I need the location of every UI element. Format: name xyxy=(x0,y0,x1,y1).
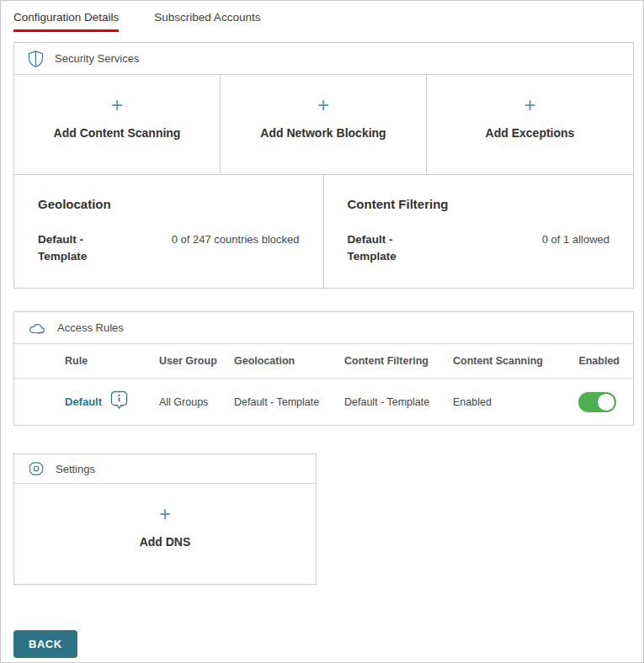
security-summary-cards: Geolocation Default - Template 0 of 247 … xyxy=(14,174,633,288)
col-geolocation: Geolocation xyxy=(234,355,344,367)
security-add-cards: + Add Content Scanning + Add Network Blo… xyxy=(14,75,633,174)
add-network-blocking-label: Add Network Blocking xyxy=(260,126,386,140)
cell-geolocation: Default - Template xyxy=(234,396,344,408)
add-exceptions-button[interactable]: + Add Exceptions xyxy=(427,75,633,174)
access-rules-title: Access Rules xyxy=(57,321,124,334)
add-content-scanning-button[interactable]: + Add Content Scanning xyxy=(14,75,221,174)
add-network-blocking-button[interactable]: + Add Network Blocking xyxy=(221,75,427,174)
content-filtering-template-name: Default - Template xyxy=(348,231,425,264)
plus-icon: + xyxy=(524,95,535,115)
enabled-toggle[interactable] xyxy=(578,392,616,412)
plus-icon: + xyxy=(159,504,171,524)
col-content-filtering: Content Filtering xyxy=(344,355,453,367)
content-filtering-title: Content Filtering xyxy=(348,197,610,211)
geolocation-title: Geolocation xyxy=(38,197,300,211)
info-icon[interactable] xyxy=(110,390,128,413)
content-filtering-status: 0 of 1 allowed xyxy=(542,231,609,264)
add-dns-label: Add DNS xyxy=(140,535,191,549)
toggle-knob xyxy=(597,393,615,411)
settings-panel: Settings + Add DNS xyxy=(13,453,317,585)
cell-content-scanning: Enabled xyxy=(453,396,578,408)
add-content-scanning-label: Add Content Scanning xyxy=(54,126,181,140)
gear-icon xyxy=(28,460,45,477)
col-rule: Rule xyxy=(65,355,159,367)
col-user-group: User Group xyxy=(159,355,234,367)
security-services-header: Security Services xyxy=(14,43,633,75)
tab-subscribed-accounts[interactable]: Subscribed Accounts xyxy=(154,11,260,32)
table-row: Default All Groups Default - Template De… xyxy=(14,379,633,425)
plus-icon: + xyxy=(317,95,329,115)
col-enabled: Enabled xyxy=(578,355,633,367)
page: Configuration Details Subscribed Account… xyxy=(0,0,644,663)
settings-header: Settings xyxy=(14,454,316,484)
tab-bar: Configuration Details Subscribed Account… xyxy=(1,1,643,32)
add-dns-button[interactable]: + Add DNS xyxy=(14,484,316,584)
rule-default-link[interactable]: Default xyxy=(65,395,102,408)
add-exceptions-label: Add Exceptions xyxy=(486,126,575,140)
access-rules-table-header: Rule User Group Geolocation Content Filt… xyxy=(14,344,633,379)
content-filtering-card[interactable]: Content Filtering Default - Template 0 o… xyxy=(324,175,634,288)
shield-icon xyxy=(28,50,44,68)
back-button[interactable]: BACK xyxy=(13,630,77,658)
settings-title: Settings xyxy=(56,463,95,475)
geolocation-status: 0 of 247 countries blocked xyxy=(172,231,300,264)
security-services-title: Security Services xyxy=(55,52,139,65)
geolocation-card[interactable]: Geolocation Default - Template 0 of 247 … xyxy=(14,175,324,288)
security-services-panel: Security Services + Add Content Scanning… xyxy=(13,42,634,289)
plus-icon: + xyxy=(111,95,123,115)
tab-configuration-details[interactable]: Configuration Details xyxy=(13,11,119,32)
access-rules-header: Access Rules xyxy=(14,312,633,344)
geolocation-template-name: Default - Template xyxy=(38,231,115,264)
access-rules-panel: Access Rules Rule User Group Geolocation… xyxy=(13,311,634,426)
cloud-icon xyxy=(28,321,46,336)
cell-user-group: All Groups xyxy=(159,396,234,408)
col-content-scanning: Content Scanning xyxy=(453,355,578,367)
cell-content-filtering: Default - Template xyxy=(344,396,453,408)
